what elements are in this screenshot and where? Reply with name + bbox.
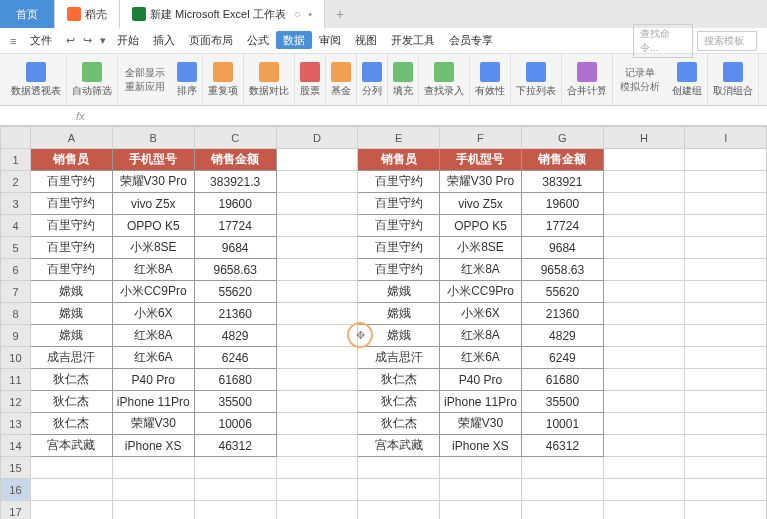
cell-D2[interactable] [276,171,358,193]
cell-G7[interactable]: 55620 [521,281,603,303]
row-header-11[interactable]: 11 [1,369,31,391]
tool-dedup[interactable]: 重复项 [203,54,244,105]
cell-A16[interactable] [30,479,112,501]
row-header-3[interactable]: 3 [1,193,31,215]
cell-E16[interactable] [358,479,440,501]
cell-G13[interactable]: 10001 [521,413,603,435]
cell-G14[interactable]: 46312 [521,435,603,457]
search-template[interactable]: 搜索模板 [697,31,757,51]
col-header-A[interactable]: A [30,127,112,149]
cell-D5[interactable] [276,237,358,259]
cell-E10[interactable]: 成吉思汗 [358,347,440,369]
cell-F14[interactable]: iPhone XS [439,435,521,457]
cell-C4[interactable]: 17724 [194,215,276,237]
cell-G3[interactable]: 19600 [521,193,603,215]
cell-E7[interactable]: 嫦娥 [358,281,440,303]
cell-C3[interactable]: 19600 [194,193,276,215]
cell-H14[interactable] [603,435,685,457]
cell-I12[interactable] [685,391,767,413]
cell-D13[interactable] [276,413,358,435]
cell-E13[interactable]: 狄仁杰 [358,413,440,435]
cell-G10[interactable]: 6249 [521,347,603,369]
col-header-H[interactable]: H [603,127,685,149]
menu-开发工具[interactable]: 开发工具 [384,31,442,49]
cell-C16[interactable] [194,479,276,501]
cell-A6[interactable]: 百里守约 [30,259,112,281]
cell-C6[interactable]: 9658.63 [194,259,276,281]
cell-F10[interactable]: 红米6A [439,347,521,369]
cell-B3[interactable]: vivo Z5x [112,193,194,215]
cell-D10[interactable] [276,347,358,369]
cell-F8[interactable]: 小米6X [439,303,521,325]
cell-E2[interactable]: 百里守约 [358,171,440,193]
menu-视图[interactable]: 视图 [348,31,384,49]
cell-B4[interactable]: OPPO K5 [112,215,194,237]
tool-validity[interactable]: 有效性 [470,54,511,105]
menu-开始[interactable]: 开始 [110,31,146,49]
row-header-5[interactable]: 5 [1,237,31,259]
row-header-6[interactable]: 6 [1,259,31,281]
tool-split[interactable]: 分列 [357,54,388,105]
cell-H7[interactable] [603,281,685,303]
close-icon[interactable]: ○ [294,8,301,20]
row-header-1[interactable]: 1 [1,149,31,171]
cell-C8[interactable]: 21360 [194,303,276,325]
tab-extra-icon[interactable]: • [308,8,312,20]
cell-E15[interactable] [358,457,440,479]
cell-I17[interactable] [685,501,767,520]
col-header-G[interactable]: G [521,127,603,149]
cell-A11[interactable]: 狄仁杰 [30,369,112,391]
cell-E6[interactable]: 百里守约 [358,259,440,281]
tool-pivot[interactable]: 数据透视表 [6,54,67,105]
cell-F6[interactable]: 红米8A [439,259,521,281]
cell-G6[interactable]: 9658.63 [521,259,603,281]
cell-I2[interactable] [685,171,767,193]
cell-B13[interactable]: 荣耀V30 [112,413,194,435]
cell-H2[interactable] [603,171,685,193]
cell-D11[interactable] [276,369,358,391]
cell-G4[interactable]: 17724 [521,215,603,237]
cell-H5[interactable] [603,237,685,259]
tool-ungroup[interactable]: 取消组合 [708,54,759,105]
row-header-2[interactable]: 2 [1,171,31,193]
cell-G11[interactable]: 61680 [521,369,603,391]
cell-E17[interactable] [358,501,440,520]
spreadsheet-grid[interactable]: ABCDEFGHI1销售员手机型号销售金额销售员手机型号销售金额2百里守约荣耀V… [0,126,767,519]
col-header-E[interactable]: E [358,127,440,149]
cell-E11[interactable]: 狄仁杰 [358,369,440,391]
cell-E9[interactable]: 嫦娥 [358,325,440,347]
fx-icon[interactable]: fx [70,110,91,122]
tool-sim[interactable]: 模拟分析 [618,80,662,94]
cell-F9[interactable]: 红米8A [439,325,521,347]
cell-D12[interactable] [276,391,358,413]
cell-D1[interactable] [276,149,358,171]
cell-B17[interactable] [112,501,194,520]
cell-H6[interactable] [603,259,685,281]
menu-公式[interactable]: 公式 [240,31,276,49]
cell-A13[interactable]: 狄仁杰 [30,413,112,435]
cell-C11[interactable]: 61680 [194,369,276,391]
cell-H12[interactable] [603,391,685,413]
cell-D14[interactable] [276,435,358,457]
cell-C15[interactable] [194,457,276,479]
cell-F13[interactable]: 荣耀V30 [439,413,521,435]
cell-A14[interactable]: 宫本武藏 [30,435,112,457]
tab-document[interactable]: 新建 Microsoft Excel 工作表○• [120,0,325,28]
cell-B16[interactable] [112,479,194,501]
cell-H16[interactable] [603,479,685,501]
cell-A7[interactable]: 嫦娥 [30,281,112,303]
cell-B6[interactable]: 红米8A [112,259,194,281]
cell-A10[interactable]: 成吉思汗 [30,347,112,369]
menu-插入[interactable]: 插入 [146,31,182,49]
cell-B2[interactable]: 荣耀V30 Pro [112,171,194,193]
cell-G8[interactable]: 21360 [521,303,603,325]
cell-I16[interactable] [685,479,767,501]
cell-F11[interactable]: P40 Pro [439,369,521,391]
cell-H1[interactable] [603,149,685,171]
cell-H11[interactable] [603,369,685,391]
cell-A15[interactable] [30,457,112,479]
cell-D6[interactable] [276,259,358,281]
cell-G5[interactable]: 9684 [521,237,603,259]
row-header-7[interactable]: 7 [1,281,31,303]
cell-B11[interactable]: P40 Pro [112,369,194,391]
